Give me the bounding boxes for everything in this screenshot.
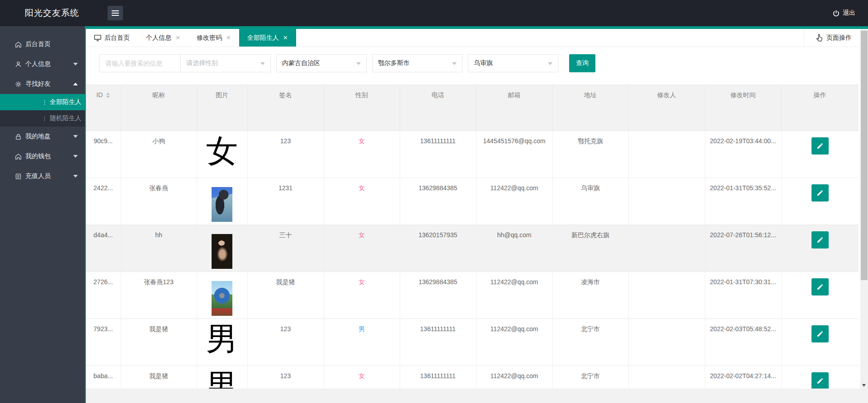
sidebar-item-my-wallet[interactable]: 我的钱包 bbox=[0, 146, 85, 166]
page-actions-button[interactable]: 页面操作 bbox=[804, 29, 868, 47]
column-header-photo: 图片 bbox=[197, 85, 247, 131]
edit-button[interactable] bbox=[811, 278, 829, 295]
hand-pointer-icon bbox=[816, 34, 823, 42]
tab-all-strangers[interactable]: 全部陌生人 ✕ bbox=[239, 29, 296, 47]
hamburger-icon bbox=[112, 9, 119, 17]
province-select[interactable]: 内蒙古自治区 bbox=[276, 54, 367, 72]
district-select[interactable]: 乌审旗 bbox=[468, 54, 558, 72]
user-icon bbox=[14, 61, 22, 68]
lock-icon bbox=[14, 133, 22, 140]
cell-id: 2422... bbox=[86, 178, 121, 225]
tab-label: 个人信息 bbox=[146, 34, 171, 42]
cell-gender: 女 bbox=[324, 366, 400, 389]
sidebar-item-label: 我的地盘 bbox=[25, 132, 51, 141]
sidebar-subitem-label: 全部陌生人 bbox=[50, 98, 81, 106]
city-select[interactable]: 鄂尔多斯市 bbox=[372, 54, 462, 72]
profile-photo bbox=[212, 187, 232, 222]
cell-phone: 13611111111 bbox=[400, 366, 476, 389]
power-icon bbox=[833, 10, 840, 17]
home-icon bbox=[14, 153, 22, 160]
cell-email: hh@qq.com bbox=[476, 225, 552, 272]
cell-nickname: 我是猪 bbox=[121, 366, 197, 389]
close-icon[interactable]: ✕ bbox=[226, 34, 231, 41]
cell-modifier bbox=[628, 366, 705, 389]
search-button[interactable]: 查询 bbox=[569, 54, 595, 72]
cell-gender: 女 bbox=[324, 272, 400, 319]
sidebar-item-find-friends[interactable]: 寻找好友 bbox=[0, 74, 85, 94]
city-select-value: 鄂尔多斯市 bbox=[378, 59, 410, 67]
column-header-phone: 电话 bbox=[400, 85, 476, 131]
edit-button[interactable] bbox=[811, 137, 829, 155]
sidebar-item-dashboard[interactable]: 后台首页 bbox=[0, 34, 85, 54]
province-select-value: 内蒙古自治区 bbox=[282, 59, 320, 67]
chevron-up-icon bbox=[73, 83, 78, 85]
strangers-table: ID 昵称 图片 签名 性别 电话 邮箱 地址 修改人 修改时间 操作 bbox=[86, 84, 859, 389]
sidebar-item-label: 我的钱包 bbox=[25, 152, 51, 160]
sidebar-item-random-strangers[interactable]: ⋮ 随机陌生人 bbox=[0, 110, 85, 127]
search-input[interactable] bbox=[99, 54, 181, 72]
cell-nickname: 我是猪 bbox=[121, 319, 197, 366]
home-icon bbox=[14, 41, 22, 48]
gender-badge: 女 bbox=[359, 184, 365, 192]
tab-profile[interactable]: 个人信息 ✕ bbox=[138, 29, 189, 47]
cell-address: 凌海市 bbox=[552, 272, 628, 319]
cell-photo: 男 bbox=[197, 366, 247, 389]
tab-change-password[interactable]: 修改密码 ✕ bbox=[189, 29, 239, 47]
strangers-panel: 请选择性别 内蒙古自治区 鄂尔多斯市 乌审旗 查询 bbox=[86, 47, 868, 389]
cell-id: 7923... bbox=[86, 319, 121, 366]
logout-button[interactable]: 退出 bbox=[833, 9, 868, 17]
gender-badge: 男 bbox=[359, 325, 365, 333]
tab-label: 修改密码 bbox=[197, 34, 222, 42]
cell-modified-time: 2022-07-26T01:56:12... bbox=[705, 225, 781, 272]
edit-button[interactable] bbox=[811, 325, 829, 342]
cell-address: 乌审旗 bbox=[552, 178, 628, 225]
tab-dashboard[interactable]: 后台首页 bbox=[86, 29, 138, 47]
table-body: 90c9...小狗女123女136111111111445451576@qq.c… bbox=[86, 131, 859, 389]
gender-badge: 女 bbox=[359, 137, 365, 145]
cell-photo bbox=[197, 225, 247, 272]
gender-select[interactable]: 请选择性别 bbox=[180, 54, 271, 72]
sidebar-item-profile[interactable]: 个人信息 bbox=[0, 54, 85, 74]
column-header-signature: 签名 bbox=[247, 85, 324, 131]
sidebar-subitem-label: 随机陌生人 bbox=[50, 114, 81, 122]
sidebar-toggle-button[interactable] bbox=[108, 6, 123, 20]
scrollbar-thumb[interactable] bbox=[861, 31, 868, 280]
scrollbar-down-arrow-icon[interactable] bbox=[862, 384, 866, 387]
table-row: 2726...张春燕123我是猪女13629884385112422@qq.co… bbox=[86, 272, 859, 319]
cell-address: 北宁市 bbox=[552, 366, 628, 389]
cell-photo: 女 bbox=[197, 131, 247, 178]
photo-alt-text: 男 bbox=[197, 370, 247, 389]
column-header-actions: 操作 bbox=[781, 85, 859, 131]
cell-id: baba... bbox=[86, 366, 121, 389]
sidebar-item-recharge-users[interactable]: 充值人员 bbox=[0, 166, 85, 186]
edit-button[interactable] bbox=[811, 372, 829, 389]
sort-icon[interactable] bbox=[106, 93, 110, 98]
cell-signature: 123 bbox=[247, 131, 324, 178]
cell-email: 112422@qq.com bbox=[476, 272, 552, 319]
cell-signature: 123 bbox=[247, 366, 324, 389]
table-row: 90c9...小狗女123女136111111111445451576@qq.c… bbox=[86, 131, 859, 178]
close-icon[interactable]: ✕ bbox=[283, 34, 288, 41]
cell-id: d4a4... bbox=[86, 225, 121, 272]
column-header-id[interactable]: ID bbox=[86, 85, 121, 131]
list-icon bbox=[14, 173, 22, 180]
close-icon[interactable]: ✕ bbox=[175, 34, 180, 41]
cell-modifier bbox=[628, 178, 705, 225]
tab-label: 后台首页 bbox=[104, 34, 130, 42]
chevron-down-icon bbox=[260, 62, 265, 65]
cell-address: 鄂托克旗 bbox=[552, 131, 628, 178]
cell-modifier bbox=[628, 272, 705, 319]
cell-email: 112422@qq.com bbox=[476, 366, 552, 389]
sidebar-item-my-territory[interactable]: 我的地盘 bbox=[0, 127, 85, 146]
cell-nickname: 张春燕 bbox=[121, 178, 197, 225]
gear-icon bbox=[14, 80, 22, 88]
edit-button[interactable] bbox=[811, 184, 829, 202]
vertical-scrollbar[interactable] bbox=[860, 29, 868, 391]
edit-button[interactable] bbox=[811, 231, 829, 248]
cell-address: 新巴尔虎右旗 bbox=[552, 225, 628, 272]
profile-photo bbox=[212, 234, 232, 269]
pencil-icon bbox=[816, 189, 824, 197]
app-window: 阳光交友系统 退出 后台首页 个人信息 bbox=[0, 0, 868, 403]
photo-alt-text: 女 bbox=[197, 135, 247, 168]
sidebar-item-all-strangers[interactable]: ⋮ 全部陌生人 bbox=[0, 94, 85, 110]
